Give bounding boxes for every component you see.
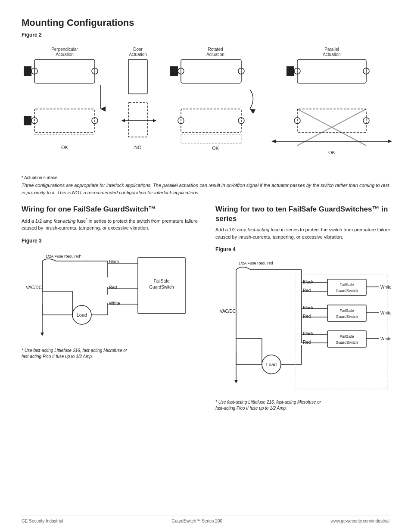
svg-text:1/2A Fuse Required*: 1/2A Fuse Required* [46,254,82,258]
figure4-label: Figure 4 [215,246,396,252]
svg-text:Actuation: Actuation [206,52,224,57]
svg-rect-19 [128,103,147,137]
svg-text:VAC/DC: VAC/DC [26,285,42,290]
svg-text:Load: Load [77,312,87,317]
svg-text:White: White [380,311,392,315]
figure2-label: Figure 2 [22,32,389,38]
svg-rect-2 [34,59,95,83]
svg-text:FailSafe: FailSafe [339,283,354,287]
footer-center: GuardSwitch™ Series 200 [171,519,222,523]
svg-rect-105 [327,331,366,347]
section-left-title: Wiring for one FailSafe GuardSwitch™ [22,205,202,214]
svg-text:Black: Black [303,305,314,310]
wiring-sections: Wiring for one FailSafe GuardSwitch™ Add… [22,205,389,411]
svg-text:OK: OK [61,145,68,150]
svg-rect-34 [297,59,366,83]
figure4-footnote: * Use fast-acting Littlefuse 216, fast-a… [215,399,396,411]
svg-text:Red: Red [109,285,117,290]
svg-text:GuardSwitch: GuardSwitch [336,314,358,319]
svg-rect-96 [327,305,366,321]
page-title: Mounting Configurations [22,17,389,28]
svg-text:Door: Door [133,47,143,52]
figure3-diagram: VAC/DC 1/2A Fuse Required* Black [22,248,202,343]
svg-marker-45 [388,140,392,143]
svg-marker-51 [40,333,44,336]
svg-rect-37 [286,66,294,76]
svg-text:FailSafe: FailSafe [154,279,170,283]
svg-text:GuardSwitch: GuardSwitch [336,289,358,293]
svg-text:GuardSwitch: GuardSwitch [336,340,358,345]
svg-text:Load: Load [266,362,277,367]
figure3-footnote: * Use fast-acting Littlefuse 216, fast-a… [22,348,202,360]
figure3-label: Figure 3 [22,238,202,244]
svg-text:White: White [380,336,392,341]
svg-text:White: White [380,285,392,289]
figure4-diagram: VAC/DC 1/2A Fuse Required Black Red [215,257,396,395]
section-right-desc: Add a 1/2 amp fast-acting fuse in series… [215,226,396,240]
svg-text:Red: Red [303,314,311,319]
svg-text:1/2A Fuse Required: 1/2A Fuse Required [239,261,273,265]
svg-text:Perpendicular: Perpendicular [51,47,78,52]
svg-text:OK: OK [328,150,336,155]
svg-text:FailSafe: FailSafe [339,308,354,313]
svg-rect-15 [128,59,147,94]
svg-marker-18 [153,119,156,122]
svg-text:OK: OK [212,146,219,151]
svg-text:Parallel: Parallel [324,47,339,52]
section-left-desc: Add a 1/2 amp fast-acting fuse* in serie… [22,217,202,232]
svg-text:Actuation: Actuation [56,52,74,57]
svg-text:Black: Black [303,280,314,284]
svg-text:White: White [109,301,120,306]
footer-right: www.ge-security.com/industrial [330,519,389,523]
svg-text:VAC/DC: VAC/DC [220,309,236,314]
svg-text:Actuation: Actuation [323,52,341,57]
svg-marker-78 [234,380,238,383]
svg-rect-87 [327,279,366,296]
svg-rect-7 [34,109,95,133]
wiring-left: Wiring for one FailSafe GuardSwitch™ Add… [22,205,202,411]
svg-text:Red: Red [303,288,311,293]
svg-text:FailSafe: FailSafe [339,334,354,339]
svg-marker-44 [271,140,276,143]
svg-text:Black: Black [303,331,314,336]
svg-marker-17 [121,119,125,122]
svg-text:Red: Red [303,340,311,345]
svg-rect-40 [297,109,366,133]
footer-left: GE Security Industrial [22,519,63,523]
svg-text:Rotated: Rotated [208,47,223,52]
wiring-right: Wiring for two to ten FailSafe GuardSwit… [215,205,396,411]
svg-text:GuardSwitch: GuardSwitch [149,285,174,289]
svg-rect-23 [181,59,241,83]
svg-rect-10 [24,116,31,125]
section-right-title: Wiring for two to ten FailSafe GuardSwit… [215,205,396,224]
svg-rect-5 [24,66,31,76]
svg-rect-30 [181,135,241,143]
figure2-caption: Three configurations are appropriate for… [22,182,389,196]
svg-rect-26 [170,66,178,76]
figure2-diagram: Perpendicular Actuation OK Door Actuat [22,42,389,173]
svg-text:NO: NO [134,145,142,150]
page-footer: GE Security Industrial GuardSwitch™ Seri… [22,516,389,523]
svg-rect-27 [181,109,241,133]
svg-text:Actuation: Actuation [129,52,147,57]
actuation-note: * Actuation surface [22,175,389,180]
